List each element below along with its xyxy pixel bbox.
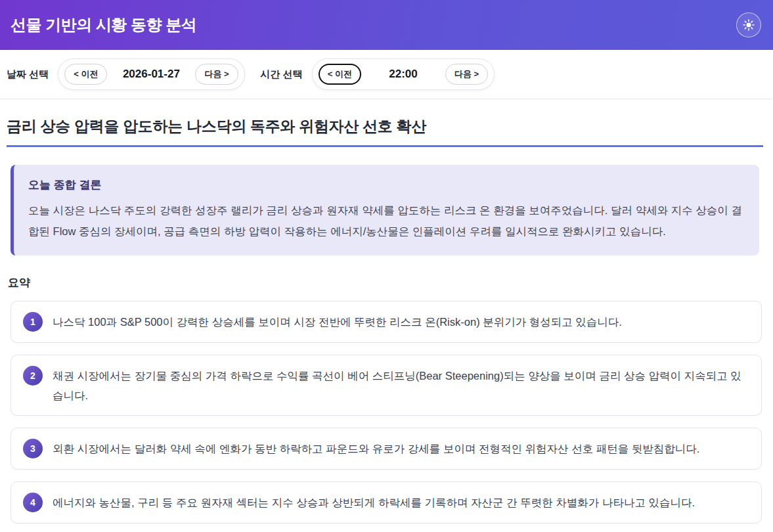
summary-item-text: 채권 시장에서는 장기물 중심의 가격 하락으로 수익률 곡선이 베어 스티프닝… [53, 365, 748, 405]
date-prev-button[interactable]: < 이전 [64, 64, 107, 85]
summary-item-3: 3 외환 시장에서는 달러화 약세 속에 엔화가 동반 하락하고 파운드와 유로… [11, 428, 762, 470]
summary-item-2: 2 채권 시장에서는 장기물 중심의 가격 하락으로 수익률 곡선이 베어 스티… [11, 355, 762, 416]
summary-item-text: 나스닥 100과 S&P 500이 강력한 상승세를 보이며 시장 전반에 뚜렷… [53, 311, 622, 332]
time-prev-button[interactable]: < 이전 [319, 64, 361, 85]
item-number-badge: 1 [23, 312, 43, 332]
time-next-button[interactable]: 다음 > [445, 64, 488, 85]
item-number-badge: 3 [23, 439, 43, 458]
theme-toggle-button[interactable] [736, 12, 761, 37]
conclusion-body: 오늘 시장은 나스닥 주도의 강력한 성장주 랠리가 금리 상승과 원자재 약세… [28, 200, 742, 242]
time-selector-group: < 이전 22:00 다음 > [312, 58, 495, 90]
conclusion-callout: 오늘 종합 결론 오늘 시장은 나스닥 주도의 강력한 성장주 랠리가 금리 상… [11, 165, 759, 255]
date-selector-label: 날짜 선택 [7, 68, 49, 81]
summary-item-text: 외환 시장에서는 달러화 약세 속에 엔화가 동반 하락하고 파운드와 유로가 … [53, 438, 699, 459]
time-selector-label: 시간 선택 [261, 68, 303, 81]
summary-item-1: 1 나스닥 100과 S&P 500이 강력한 상승세를 보이며 시장 전반에 … [11, 301, 762, 343]
date-next-button[interactable]: 다음 > [195, 64, 238, 85]
main-content: 금리 상승 압력을 압도하는 나스닥의 독주와 위험자산 선호 확산 오늘 종합… [0, 99, 773, 532]
time-value: 22:00 [365, 68, 441, 81]
summary-item-text: 에너지와 농산물, 구리 등 주요 원자재 섹터는 지수 상승과 상반되게 하락… [53, 492, 695, 513]
date-selector-group: < 이전 2026-01-27 다음 > [58, 58, 244, 90]
time-selector: 시간 선택 < 이전 22:00 다음 > [261, 58, 495, 90]
item-number-badge: 2 [23, 366, 43, 386]
datetime-toolbar: 날짜 선택 < 이전 2026-01-27 다음 > 시간 선택 < 이전 22… [0, 50, 773, 99]
summary-item-4: 4 에너지와 농산물, 구리 등 주요 원자재 섹터는 지수 상승과 상반되게 … [11, 481, 762, 523]
item-number-badge: 4 [23, 493, 43, 512]
app-header: 선물 기반의 시황 동향 분석 [0, 0, 773, 50]
summary-heading: 요약 [8, 275, 763, 290]
page-title: 선물 기반의 시황 동향 분석 [11, 14, 196, 35]
sun-icon [742, 18, 755, 32]
date-value: 2026-01-27 [111, 68, 191, 81]
report-headline: 금리 상승 압력을 압도하는 나스닥의 독주와 위험자산 선호 확산 [7, 116, 763, 147]
date-selector: 날짜 선택 < 이전 2026-01-27 다음 > [7, 58, 245, 90]
conclusion-title: 오늘 종합 결론 [28, 177, 742, 192]
